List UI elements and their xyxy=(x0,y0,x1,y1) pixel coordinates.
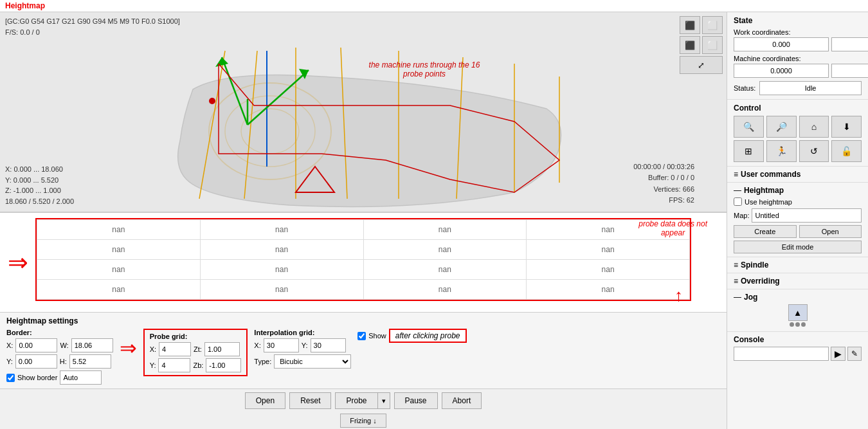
probe-note: probe data does notappear xyxy=(638,219,707,237)
view-side-btn[interactable]: ⬜ xyxy=(702,36,723,54)
spindle-title: Spindle xyxy=(741,260,768,269)
table-row: nannannannan xyxy=(37,220,690,240)
jog-controls: ▲ xyxy=(734,304,862,328)
show-checkbox[interactable] xyxy=(357,332,366,340)
table-cell: nan xyxy=(200,260,363,280)
probe-grid-label: Probe grid: xyxy=(150,333,242,340)
type-select[interactable]: Bicubic xyxy=(274,354,351,369)
border-type-input[interactable] xyxy=(60,370,102,385)
frizing-button[interactable]: Frizing ↓ xyxy=(340,414,386,428)
iy-label: Y: xyxy=(302,342,308,349)
jog-up[interactable]: ▲ xyxy=(788,304,808,321)
mach-y-input[interactable] xyxy=(831,64,868,78)
work-coords-label: Work coordinates: xyxy=(734,28,862,36)
console-section: Console ▶ ✎ xyxy=(727,332,868,364)
probe-zb-input[interactable] xyxy=(206,358,241,372)
ctrl-down[interactable]: ⬇ xyxy=(831,116,862,138)
interp-y-input[interactable] xyxy=(311,338,346,352)
uc-collapse-icon: ≡ xyxy=(734,170,738,179)
table-row: nannannannan xyxy=(37,280,690,300)
border-w-input[interactable] xyxy=(71,338,113,352)
mach-x-input[interactable] xyxy=(734,64,829,78)
table-cell: nan xyxy=(363,240,527,260)
pause-button[interactable]: Pause xyxy=(394,392,438,409)
work-y-input[interactable] xyxy=(831,37,868,51)
ctrl-lock[interactable]: 🔓 xyxy=(831,140,862,162)
border-x-input[interactable] xyxy=(15,338,57,352)
console-input[interactable] xyxy=(734,347,829,361)
reset-button[interactable]: Reset xyxy=(289,392,331,409)
show-border-checkbox[interactable] xyxy=(6,374,15,382)
map-label: Map: xyxy=(734,212,749,219)
probe-y-input[interactable] xyxy=(158,358,190,372)
view-top-btn[interactable]: ⬛ xyxy=(680,36,700,54)
edit-mode-button[interactable]: Edit mode xyxy=(734,241,862,253)
ctrl-home[interactable]: ⌂ xyxy=(799,116,829,138)
control-section: Control 🔍 🔎 ⌂ ⬇ ⊞ 🏃 ↺ 🔓 xyxy=(727,100,868,167)
border-label: Border: xyxy=(6,329,113,336)
use-heightmap-checkbox[interactable] xyxy=(734,197,742,206)
heightmap-data-table: nannannannannannannannannannannannannann… xyxy=(37,219,690,300)
jog-dot1 xyxy=(790,322,794,327)
jog-header[interactable]: — Jog xyxy=(734,293,862,302)
border-h-input[interactable] xyxy=(69,354,111,369)
probe-grid-arrow: ⇒ xyxy=(120,338,137,358)
create-open-row: Create Open xyxy=(734,225,862,238)
table-border: nannannannannannannannannannannannannann… xyxy=(35,218,691,301)
heightmap-header[interactable]: — Heightmap xyxy=(734,186,862,195)
overriding-collapse-icon: ≡ xyxy=(734,277,738,286)
work-x-input[interactable] xyxy=(734,37,829,51)
map-input[interactable] xyxy=(752,208,862,223)
interp-x-input[interactable] xyxy=(264,338,299,352)
interp-grid-group: Interpolation grid: X: Y: Type: Bicubic xyxy=(254,329,351,369)
jog-dot3 xyxy=(801,322,806,327)
w-label: W: xyxy=(60,342,68,349)
probe-dropdown[interactable]: ▾ xyxy=(377,392,390,409)
create-button[interactable]: Create xyxy=(734,225,797,238)
view-cube-btn[interactable]: ⬛ xyxy=(680,16,700,34)
ctrl-frame[interactable]: ⊞ xyxy=(734,140,764,162)
console-title: Console xyxy=(734,335,862,344)
view-iso-btn[interactable]: ⬜ xyxy=(702,16,723,34)
console-send-btn[interactable]: ▶ xyxy=(831,347,845,361)
viewport[interactable]: [GC:G0 G54 G17 G21 G90 G94 M5 M9 T0 F0.0… xyxy=(0,12,727,212)
hm-open-button[interactable]: Open xyxy=(799,225,862,238)
after-probe-label: after clicking probe xyxy=(389,329,467,343)
probe-zt-input[interactable] xyxy=(204,342,240,356)
state-title: State xyxy=(734,16,862,25)
ctrl-zoom-in[interactable]: 🔍 xyxy=(734,116,764,138)
border-y-input[interactable] xyxy=(15,354,57,369)
probe-button[interactable]: Probe xyxy=(335,392,377,409)
table-row: nannannannan xyxy=(37,240,690,260)
table-cell: nan xyxy=(200,280,363,300)
status-row: Status: xyxy=(734,81,862,95)
ctrl-zoom-out[interactable]: 🔎 xyxy=(766,116,797,138)
ctrl-run[interactable]: 🏃 xyxy=(766,140,797,162)
zb-label: Zb: xyxy=(193,361,203,369)
overriding-header[interactable]: ≡ Overriding xyxy=(734,277,862,286)
app-title: Heightmap xyxy=(0,0,868,12)
h-label: H: xyxy=(60,358,67,365)
user-commands-header[interactable]: ≡ User commands xyxy=(734,170,862,179)
ctrl-reset[interactable]: ↺ xyxy=(799,140,829,162)
table-cell: nan xyxy=(37,280,201,300)
show-group: Show after clicking probe xyxy=(357,329,466,343)
open-button[interactable]: Open xyxy=(245,392,285,409)
settings-title: Heightmap settings xyxy=(6,316,720,325)
status-input[interactable] xyxy=(759,81,862,95)
probe-grid-group: Probe grid: X: Zt: Y: Zb: xyxy=(143,329,248,376)
viewport-svg: the machine runs through the 16probe poi… xyxy=(0,12,727,212)
jog-title: Jog xyxy=(744,293,757,302)
left-arrow-annotation: ⇒ xyxy=(8,250,28,275)
view-expand-btn[interactable]: ⤢ xyxy=(680,56,723,74)
use-heightmap-label: Use heightmap xyxy=(745,198,792,206)
bottom-buttons: Open Reset Probe ▾ Pause Abort xyxy=(0,388,727,412)
table-cell: nan xyxy=(363,260,527,280)
px-label: X: xyxy=(150,345,156,353)
control-buttons: 🔍 🔎 ⌂ ⬇ ⊞ 🏃 ↺ 🔓 xyxy=(734,116,862,162)
probe-x-input[interactable] xyxy=(159,342,191,356)
spindle-header[interactable]: ≡ Spindle xyxy=(734,260,862,269)
table-cell: nan xyxy=(363,220,527,240)
abort-button[interactable]: Abort xyxy=(442,392,482,409)
console-clear-btn[interactable]: ✎ xyxy=(847,347,862,361)
